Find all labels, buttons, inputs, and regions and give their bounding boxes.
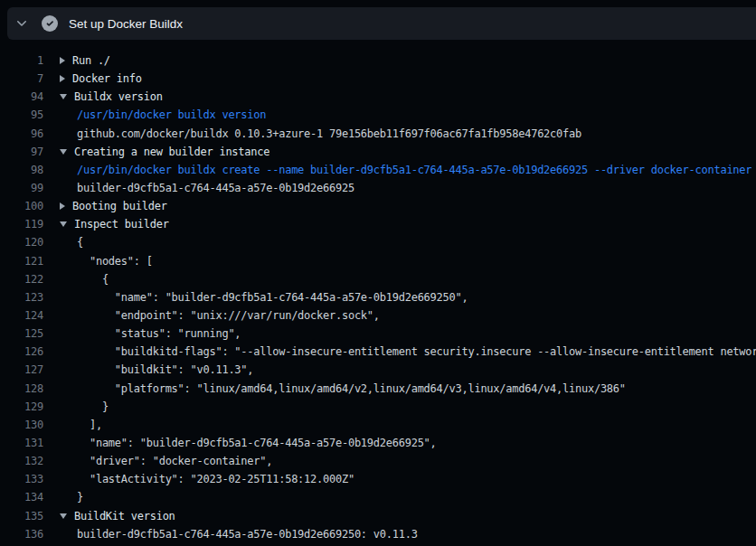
line-content: ], (77, 416, 102, 434)
log-line: 126 "buildkitd-flags": "--allow-insecure… (0, 343, 756, 361)
log-line: 95/usr/bin/docker buildx version (0, 106, 756, 124)
line-number[interactable]: 100 (0, 197, 43, 215)
log-text: "lastActivity": "2023-02-25T11:58:12.000… (77, 470, 354, 488)
triangle-right-icon (60, 202, 65, 210)
log-line: 127 "buildkit": "v0.11.3", (0, 361, 756, 379)
log-line[interactable]: 94Buildx version (0, 88, 756, 106)
line-content: Inspect builder (60, 215, 169, 233)
log-line: 133 "lastActivity": "2023-02-25T11:58:12… (0, 470, 756, 488)
line-content: builder-d9cfb5a1-c764-445a-a57e-0b19d2e6… (77, 179, 354, 197)
line-number[interactable]: 135 (0, 507, 43, 525)
line-number[interactable]: 7 (0, 70, 43, 88)
log-line: 120{ (0, 233, 756, 251)
log-line: 121 "nodes": [ (0, 252, 756, 270)
step-title: Set up Docker Buildx (69, 17, 183, 31)
log-lines: 1Run ./7Docker info94Buildx version95/us… (0, 52, 756, 543)
log-text: /usr/bin/docker buildx create --name bui… (77, 161, 751, 179)
line-content: Run ./ (60, 52, 110, 70)
log-text: /usr/bin/docker buildx version (77, 106, 266, 124)
line-number[interactable]: 121 (0, 252, 43, 270)
line-content: "driver": "docker-container", (77, 452, 272, 470)
line-content: "endpoint": "unix:///var/run/docker.sock… (77, 306, 380, 325)
log-text: } (77, 398, 109, 416)
log-text: "buildkit": "v0.11.3", (77, 361, 253, 379)
log-text: { (77, 233, 83, 251)
log-line: 130 ], (0, 416, 756, 434)
log-line: 124 "endpoint": "unix:///var/run/docker.… (0, 306, 756, 325)
log-text: Creating a new builder instance (74, 143, 269, 161)
log-line: 131 "name": "builder-d9cfb5a1-c764-445a-… (0, 434, 756, 452)
log-line: 123 "name": "builder-d9cfb5a1-c764-445a-… (0, 288, 756, 306)
log-text: builder-d9cfb5a1-c764-445a-a57e-0b19d2e6… (77, 525, 418, 543)
line-content: /usr/bin/docker buildx create --name bui… (77, 161, 751, 179)
line-number[interactable]: 133 (0, 470, 43, 488)
log-line[interactable]: 97Creating a new builder instance (0, 143, 756, 161)
line-number[interactable]: 122 (0, 270, 43, 288)
log-text: Docker info (72, 70, 142, 88)
log-text: "status": "running", (77, 325, 241, 343)
log-line: 122 { (0, 270, 756, 288)
line-number[interactable]: 126 (0, 343, 43, 361)
line-number[interactable]: 134 (0, 488, 43, 506)
line-number[interactable]: 130 (0, 416, 43, 434)
log-line: 125 "status": "running", (0, 325, 756, 343)
log-line[interactable]: 7Docker info (0, 70, 756, 88)
line-number[interactable]: 128 (0, 380, 43, 398)
triangle-down-icon (60, 221, 67, 227)
log-text: "name": "builder-d9cfb5a1-c764-445a-a57e… (77, 434, 437, 452)
log-line: 134} (0, 488, 756, 506)
line-content: } (77, 398, 109, 416)
line-content: Creating a new builder instance (60, 143, 269, 161)
step-header[interactable]: Set up Docker Buildx (7, 7, 756, 40)
log-text: "buildkitd-flags": "--allow-insecure-ent… (77, 343, 756, 361)
log-line: 96github.com/docker/buildx 0.10.3+azure-… (0, 125, 756, 143)
line-number[interactable]: 119 (0, 215, 43, 233)
log-text: Booting builder (72, 197, 167, 215)
log-line[interactable]: 100Booting builder (0, 197, 756, 215)
log-line[interactable]: 119Inspect builder (0, 215, 756, 233)
line-content: "name": "builder-d9cfb5a1-c764-445a-a57e… (77, 288, 468, 306)
line-content: builder-d9cfb5a1-c764-445a-a57e-0b19d2e6… (77, 525, 418, 543)
line-number[interactable]: 131 (0, 434, 43, 452)
chevron-down-icon[interactable] (14, 16, 29, 31)
log-line[interactable]: 1Run ./ (0, 52, 756, 70)
line-content: "status": "running", (77, 325, 241, 343)
line-number[interactable]: 132 (0, 452, 43, 470)
line-number[interactable]: 127 (0, 361, 43, 379)
line-content: { (77, 270, 109, 288)
line-number[interactable]: 95 (0, 106, 43, 124)
log-line[interactable]: 135BuildKit version (0, 507, 756, 525)
log-text: Inspect builder (74, 215, 169, 233)
line-content: Booting builder (60, 197, 167, 215)
triangle-down-icon (60, 149, 67, 155)
log-text: "nodes": [ (77, 252, 153, 270)
line-number[interactable]: 99 (0, 179, 43, 197)
line-number[interactable]: 129 (0, 398, 43, 416)
triangle-down-icon (60, 94, 67, 99)
line-number[interactable]: 120 (0, 233, 43, 251)
line-number[interactable]: 97 (0, 143, 43, 161)
line-number[interactable]: 98 (0, 161, 43, 179)
log-text: "platforms": "linux/amd64,linux/amd64/v2… (77, 380, 626, 398)
check-circle-icon (42, 15, 58, 32)
line-number[interactable]: 125 (0, 325, 43, 343)
log-text: Run ./ (72, 52, 110, 70)
log-text: builder-d9cfb5a1-c764-445a-a57e-0b19d2e6… (77, 179, 354, 197)
line-content: "nodes": [ (77, 252, 153, 270)
log-text: "name": "builder-d9cfb5a1-c764-445a-a57e… (77, 288, 468, 306)
line-number[interactable]: 94 (0, 88, 43, 106)
line-number[interactable]: 136 (0, 525, 43, 543)
line-content: github.com/docker/buildx 0.10.3+azure-1 … (77, 125, 581, 143)
triangle-right-icon (60, 57, 65, 64)
line-number[interactable]: 1 (0, 52, 43, 70)
log-text: "driver": "docker-container", (77, 452, 272, 470)
line-content: "buildkitd-flags": "--allow-insecure-ent… (77, 343, 756, 361)
log-line: 128 "platforms": "linux/amd64,linux/amd6… (0, 380, 756, 398)
line-content: Docker info (60, 70, 142, 88)
line-number[interactable]: 123 (0, 288, 43, 306)
line-number[interactable]: 96 (0, 125, 43, 143)
line-number[interactable]: 124 (0, 306, 43, 325)
line-content: /usr/bin/docker buildx version (77, 106, 266, 124)
triangle-down-icon (60, 513, 67, 519)
log-line: 129 } (0, 398, 756, 416)
